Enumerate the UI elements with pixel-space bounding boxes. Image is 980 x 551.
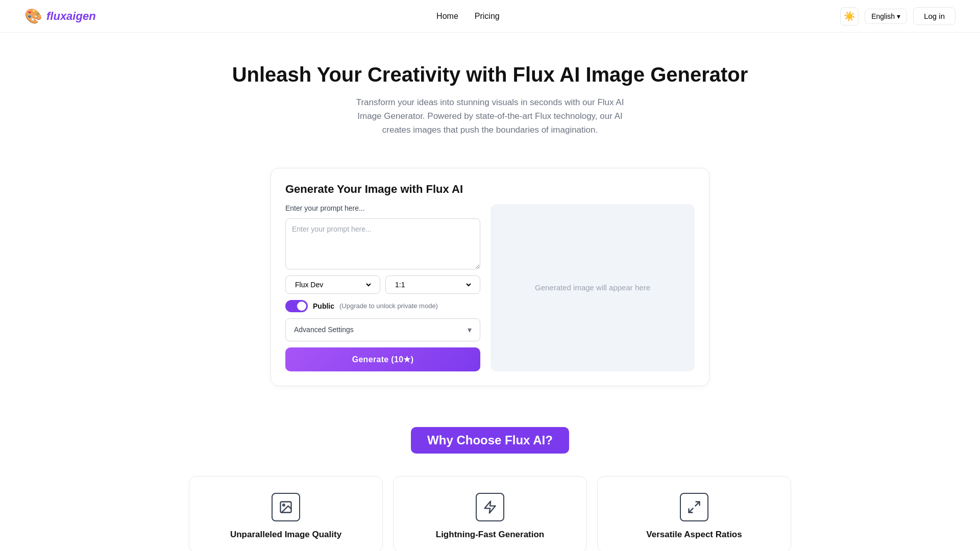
why-badge: Why Choose Flux AI? — [411, 427, 569, 454]
model-select[interactable]: Flux Dev Flux Pro Flux Schnell — [293, 280, 373, 289]
nav-pricing[interactable]: Pricing — [475, 12, 500, 21]
nav-right: ☀️ English ▾ Log in — [840, 7, 955, 26]
nav-home[interactable]: Home — [436, 12, 458, 21]
feature-title-quality: Unparalleled Image Quality — [230, 530, 341, 540]
bolt-icon — [483, 500, 497, 514]
toggle-knob — [297, 302, 306, 311]
feature-title-aspect: Versatile Aspect Ratios — [646, 530, 742, 540]
login-button[interactable]: Log in — [913, 7, 955, 25]
lightning-speed-icon — [476, 493, 504, 521]
hero-description: Transform your ideas into stunning visua… — [347, 95, 633, 137]
advanced-settings-label: Advanced Settings — [294, 325, 354, 334]
chevron-down-icon: ▾ — [897, 12, 900, 20]
feature-card-aspect: Versatile Aspect Ratios — [597, 476, 791, 551]
expand-icon — [687, 500, 701, 514]
svg-line-3 — [695, 502, 699, 506]
advanced-settings-row[interactable]: Advanced Settings ▾ — [285, 318, 480, 341]
svg-point-1 — [283, 504, 285, 506]
visibility-toggle-row: Public (Upgrade to unlock private mode) — [285, 300, 480, 312]
generate-button[interactable]: Generate (10★) — [285, 347, 480, 371]
feature-card-speed: Lightning-Fast Generation — [393, 476, 587, 551]
ratio-select[interactable]: 1:1 16:9 9:16 4:3 3:4 — [393, 280, 473, 289]
theme-toggle-button[interactable]: ☀️ — [840, 7, 859, 26]
image-quality-icon — [272, 493, 300, 521]
feature-card-quality: Unparalleled Image Quality — [189, 476, 383, 551]
logo[interactable]: 🎨 fluxaigen — [24, 8, 96, 24]
language-selector-button[interactable]: English ▾ — [865, 9, 907, 24]
language-label: English — [871, 12, 895, 20]
ratio-select-wrapper[interactable]: 1:1 16:9 9:16 4:3 3:4 — [385, 276, 480, 294]
sun-icon: ☀️ — [844, 11, 855, 22]
chevron-down-icon: ▾ — [468, 325, 472, 335]
navbar: 🎨 fluxaigen Home Pricing ☀️ English ▾ Lo… — [0, 0, 980, 33]
generator-section: Generate Your Image with Flux AI Enter y… — [0, 158, 980, 407]
toggle-label: Public — [313, 302, 334, 310]
aspect-ratio-icon — [680, 493, 708, 521]
model-select-wrapper[interactable]: Flux Dev Flux Pro Flux Schnell — [285, 276, 380, 294]
logo-text: fluxaigen — [46, 10, 96, 23]
image-preview-area: Generated image will appear here — [491, 204, 695, 371]
features-row: Unparalleled Image Quality Lightning-Fas… — [0, 464, 980, 551]
generator-card: Generate Your Image with Flux AI Enter y… — [271, 168, 709, 386]
selects-row: Flux Dev Flux Pro Flux Schnell 1:1 16:9 … — [285, 276, 480, 294]
image-placeholder-text: Generated image will appear here — [535, 283, 650, 292]
svg-line-4 — [689, 508, 693, 512]
prompt-textarea[interactable] — [285, 218, 480, 269]
image-icon — [279, 500, 293, 514]
prompt-label: Enter your prompt here... — [285, 204, 480, 212]
generator-title: Generate Your Image with Flux AI — [285, 183, 695, 196]
hero-title: Unleash Your Creativity with Flux AI Ima… — [24, 63, 955, 86]
visibility-toggle[interactable] — [285, 300, 308, 312]
hero-section: Unleash Your Creativity with Flux AI Ima… — [0, 33, 980, 158]
toggle-sublabel: (Upgrade to unlock private mode) — [339, 302, 438, 310]
generator-body: Enter your prompt here... Flux Dev Flux … — [285, 204, 695, 371]
why-section: Why Choose Flux AI? — [0, 407, 980, 464]
feature-title-speed: Lightning-Fast Generation — [436, 530, 545, 540]
generator-left-panel: Enter your prompt here... Flux Dev Flux … — [285, 204, 480, 371]
nav-links: Home Pricing — [436, 12, 500, 21]
svg-marker-2 — [485, 501, 496, 513]
logo-icon: 🎨 — [24, 8, 42, 24]
why-title: Why Choose Flux AI? — [427, 433, 553, 447]
